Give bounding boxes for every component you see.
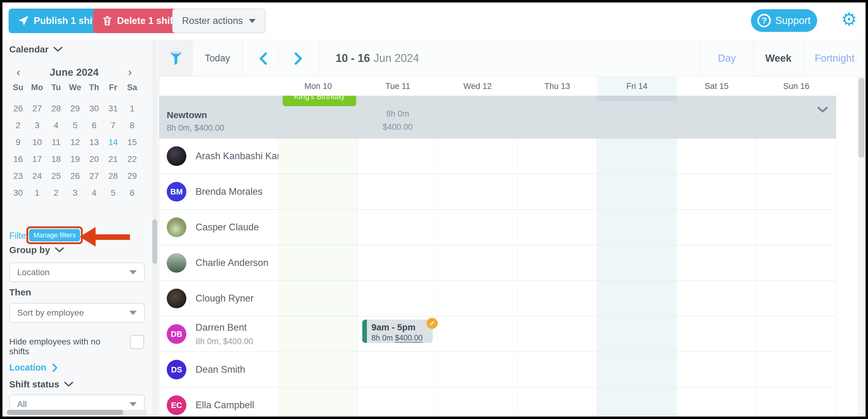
shift-cell[interactable]	[438, 139, 517, 174]
mini-calendar-date[interactable]: 8	[123, 117, 142, 134]
manage-filters-button[interactable]: Manage filters	[29, 229, 80, 241]
employee-cell[interactable]: DBDarren Bent8h 0m, $400.00	[159, 317, 278, 352]
group-cell-sun[interactable]	[756, 96, 836, 139]
shift-cell[interactable]	[278, 388, 358, 417]
mini-calendar-date[interactable]: 23	[8, 168, 28, 184]
filter-funnel-button[interactable]	[159, 40, 192, 77]
shift-cell[interactable]	[278, 245, 358, 280]
group-by-select[interactable]: Location	[9, 263, 145, 282]
shift-cell[interactable]	[677, 139, 756, 174]
mini-calendar-date[interactable]: 29	[66, 100, 85, 117]
shift-cell[interactable]	[756, 245, 836, 280]
mini-calendar-date[interactable]: 15	[123, 134, 142, 151]
shift-cell[interactable]	[756, 388, 836, 417]
mini-calendar-date[interactable]: 10	[28, 134, 46, 151]
mini-calendar-date[interactable]: 2	[8, 117, 28, 134]
shift-cell[interactable]	[438, 210, 517, 245]
group-cell-mon[interactable]: King's Birthday	[278, 96, 358, 139]
employee-cell[interactable]: DSDean Smith	[159, 352, 278, 387]
shift-cell[interactable]	[438, 317, 517, 352]
mini-calendar-date[interactable]: 13	[85, 134, 103, 151]
mini-calendar-date[interactable]: 2	[46, 184, 66, 201]
shift-cell[interactable]	[517, 388, 597, 417]
day-header-mon[interactable]: Mon 10	[278, 77, 358, 96]
shift-cell[interactable]	[517, 281, 597, 316]
shift-cell[interactable]	[438, 388, 517, 417]
shift-cell[interactable]	[278, 281, 358, 316]
shift-cell[interactable]	[358, 210, 438, 245]
mini-calendar-date[interactable]: 29	[123, 168, 142, 184]
shift-cell[interactable]	[438, 352, 517, 387]
tab-fortnight[interactable]: Fortnight	[803, 40, 866, 77]
shift-status-header[interactable]: Shift status	[9, 379, 73, 390]
shift-cell[interactable]	[597, 281, 677, 316]
filter-link[interactable]: Filter	[9, 231, 29, 241]
mini-calendar-date[interactable]: 11	[46, 134, 66, 151]
location-filter-link[interactable]: Location	[9, 363, 58, 373]
shift-cell[interactable]	[597, 210, 677, 245]
day-header-thu[interactable]: Thu 13	[517, 77, 597, 96]
mini-calendar-date[interactable]: 9	[8, 134, 28, 151]
mini-calendar-date[interactable]: 3	[28, 117, 46, 134]
employee-cell[interactable]: ECElla Campbell	[159, 388, 278, 417]
mini-calendar-date[interactable]: 26	[66, 168, 85, 184]
shift-cell[interactable]	[358, 245, 438, 280]
shift-cell[interactable]	[677, 352, 756, 387]
mini-calendar-date[interactable]: 26	[8, 100, 28, 117]
mini-calendar-date[interactable]: 17	[28, 151, 46, 168]
shift-cell[interactable]	[756, 352, 836, 387]
mini-calendar-prev-button[interactable]: ‹	[9, 66, 28, 79]
location-group-row[interactable]: Newtown 8h 0m, $400.00 King's Birthday 8…	[159, 96, 836, 139]
group-cell-fri[interactable]	[597, 96, 677, 139]
shift-cell[interactable]	[677, 317, 756, 352]
main-scrollbar-thumb[interactable]	[859, 78, 865, 158]
mini-calendar-date[interactable]: 7	[103, 117, 123, 134]
support-button[interactable]: ? Support	[751, 9, 817, 32]
mini-calendar-date[interactable]: 28	[103, 168, 123, 184]
shift-warning-badge[interactable]	[427, 318, 438, 329]
shift-cell[interactable]	[677, 210, 756, 245]
shift-cell[interactable]	[756, 139, 836, 174]
employee-cell[interactable]: Clough Ryner	[159, 281, 278, 316]
prev-week-button[interactable]	[254, 50, 272, 68]
employee-cell[interactable]: BMBrenda Morales	[159, 174, 278, 209]
mini-calendar-date[interactable]: 22	[123, 151, 142, 168]
mini-calendar-date[interactable]: 5	[103, 184, 123, 201]
shift-cell[interactable]	[278, 317, 358, 352]
shift-cell[interactable]	[597, 352, 677, 387]
shift-cell[interactable]	[358, 139, 438, 174]
shift-cell[interactable]	[517, 245, 597, 280]
group-cell-tue[interactable]: 8h 0m $400.00	[358, 96, 438, 139]
day-header-tue[interactable]: Tue 11	[358, 77, 438, 96]
mini-calendar-date[interactable]: 21	[103, 151, 123, 168]
shift-cell[interactable]	[597, 388, 677, 417]
shift-cell[interactable]	[358, 281, 438, 316]
calendar-section-header[interactable]: Calendar	[9, 44, 63, 55]
mini-calendar-date[interactable]: 18	[46, 151, 66, 168]
sidebar-hscrollbar-thumb[interactable]	[7, 410, 123, 415]
shift-cell[interactable]	[438, 174, 517, 209]
shift-cell[interactable]	[677, 388, 756, 417]
group-cell-wed[interactable]	[438, 96, 517, 139]
shift-cell[interactable]	[278, 210, 358, 245]
tab-week[interactable]: Week	[753, 40, 803, 77]
shift-cell[interactable]	[278, 352, 358, 387]
shift-amount[interactable]: $400.00	[395, 333, 422, 342]
employee-cell[interactable]: Charlie Anderson	[159, 245, 278, 280]
shift-cell[interactable]	[517, 317, 597, 352]
mini-calendar-date[interactable]: 5	[66, 117, 85, 134]
sidebar-scrollbar-thumb[interactable]	[152, 219, 157, 264]
day-header-sat[interactable]: Sat 15	[677, 77, 756, 96]
mini-calendar-next-button[interactable]: ›	[121, 66, 139, 79]
shift-cell[interactable]	[677, 245, 756, 280]
mini-calendar-date[interactable]: 31	[103, 100, 123, 117]
mini-calendar-date[interactable]: 4	[85, 184, 103, 201]
shift-cell[interactable]	[677, 174, 756, 209]
mini-calendar-date[interactable]: 28	[46, 100, 66, 117]
gear-icon[interactable]: ⚙	[841, 10, 857, 28]
mini-calendar-date[interactable]: 30	[8, 184, 28, 201]
mini-calendar-date[interactable]: 27	[85, 168, 103, 184]
day-header-fri[interactable]: Fri 14	[597, 77, 677, 96]
shift-cell[interactable]	[358, 174, 438, 209]
delete-shift-button[interactable]: Delete 1 shift	[93, 8, 185, 33]
